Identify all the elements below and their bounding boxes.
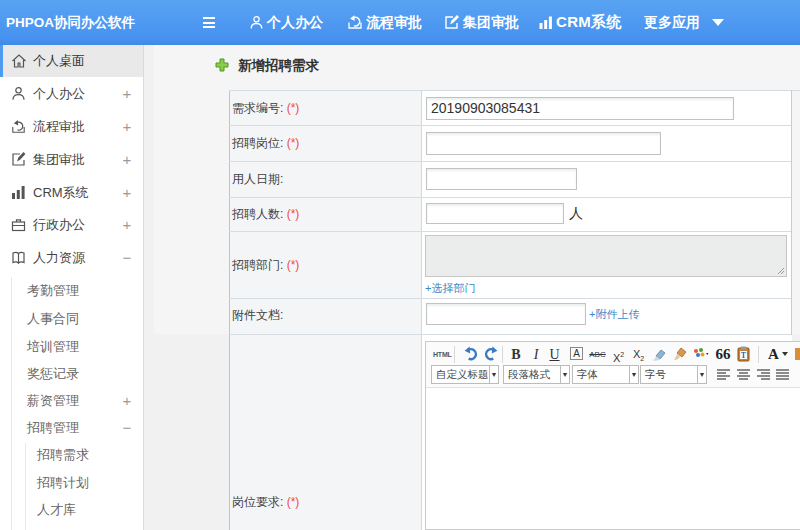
- svg-text:T: T: [741, 351, 747, 360]
